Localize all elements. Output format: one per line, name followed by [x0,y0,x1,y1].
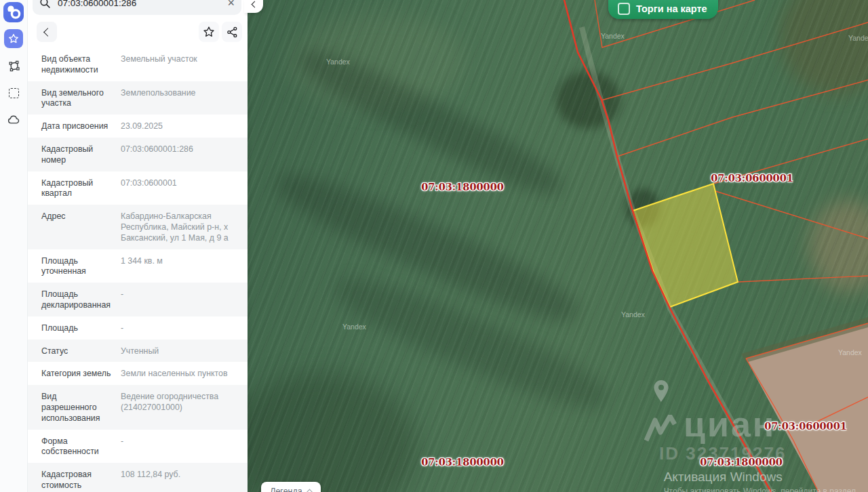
attribute-row: Вид объекта недвижимости Земельный участ… [27,47,248,81]
search-input[interactable] [56,0,227,9]
attribute-value: Земли населенных пунктов [117,367,239,380]
chevron-left-icon [251,1,258,8]
attribute-label: Площадь декларированная [41,288,117,311]
star-icon [7,33,20,45]
attribute-value: Ведение огородничества (214027001000) [117,390,239,413]
attribute-row: Статус Учтенный [27,340,248,363]
attribute-label: Адрес [41,210,117,222]
attribute-label: Статус [41,345,117,357]
attribute-label: Площадь уточненная [41,255,117,278]
attribute-label: Вид разрешенного использования [41,390,117,424]
share-icon [226,26,239,39]
back-button[interactable] [37,22,57,42]
attribute-value: 108 112,84 руб. [117,468,239,480]
favorite-object-button[interactable] [199,22,219,42]
favorites-tool-button[interactable] [4,29,23,48]
attribute-label: Площадь [41,322,117,334]
attribute-label: Дата присвоения [41,120,117,132]
attribute-label: Категория земель [41,367,117,380]
attribute-row: Площадь - [27,316,248,340]
attribute-row: Адрес Кабардино-Балкарская Республика, М… [27,205,248,249]
attribute-row: Вид разрешенного использования Ведение о… [27,385,248,429]
select-area-tool-button[interactable] [4,83,23,102]
object-info-panel: × Вид объекта недвижимости Земельный уча… [27,0,248,492]
attribute-row: Площадь уточненная 1 344 кв. м [27,249,248,283]
map-canvas[interactable]: 07:03:180000007:03:060000107:03:06000010… [248,0,868,492]
attribute-value: Учтенный [117,345,239,357]
search-bar[interactable]: × [33,0,241,15]
selected-parcel-polygon [633,184,738,307]
clear-search-button[interactable]: × [227,0,235,9]
legend-button-label: Легенда [270,487,302,492]
attribute-label: Кадастровый номер [41,143,117,166]
chevron-left-icon [43,28,52,37]
cadastral-map-app: 07:03:180000007:03:060000107:03:06000010… [0,0,868,492]
dashed-square-icon [9,88,19,98]
torgi-on-map-button[interactable]: Торги на карте [608,0,718,19]
chevron-up-icon [306,489,313,492]
attribute-label: Форма собственности [41,435,117,458]
legend-button[interactable]: Легенда [261,482,321,492]
app-logo-icon [3,2,24,22]
object-attributes-list: Вид объекта недвижимости Земельный участ… [27,47,248,492]
attribute-row: Вид земельного участка Землепользование [27,81,248,115]
attribute-value: - [117,435,239,447]
tool-rail [0,0,28,492]
measure-polygon-tool-button[interactable] [4,56,23,75]
close-icon: × [227,0,235,9]
attribute-row: Дата присвоения 23.09.2025 [27,115,248,138]
layers-cloud-tool-button[interactable] [4,110,23,129]
app-logo[interactable] [3,2,24,22]
share-button[interactable] [222,22,242,42]
torgi-button-label: Торги на карте [636,3,707,14]
cadastral-lines-layer [248,0,868,492]
attribute-row: Форма собственности - [27,430,248,464]
attribute-value: Кабардино-Балкарская Республика, Майский… [117,210,239,243]
attribute-value: - [117,322,239,334]
attribute-value: 1 344 кв. м [117,255,239,267]
attribute-value: 07:03:0600001:286 [117,143,239,155]
attribute-row: Кадастровый номер 07:03:0600001:286 [27,138,248,171]
attribute-value: Землепользование [117,87,239,99]
attribute-row: Категория земель Земли населенных пункто… [27,362,248,385]
attribute-value: Земельный участок [117,53,239,65]
attribute-row: Площадь декларированная - [27,283,248,316]
attribute-label: Кадастровая стоимость [41,468,117,491]
attribute-value: - [117,288,239,300]
polygon-tool-icon [7,60,20,73]
search-icon [39,0,51,9]
cloud-icon [7,113,20,127]
attribute-row: Кадастровый квартал 07:03:0600001 [27,171,248,205]
attribute-label: Вид земельного участка [41,87,117,110]
attribute-label: Вид объекта недвижимости [41,53,117,76]
attribute-value: 07:03:0600001 [117,177,239,189]
attribute-row: Кадастровая стоимость 108 112,84 руб. [27,463,248,492]
star-icon [202,25,216,39]
attribute-value: 23.09.2025 [117,120,239,132]
torgi-checkbox-icon[interactable] [618,3,630,15]
attribute-label: Кадастровый квартал [41,177,117,200]
